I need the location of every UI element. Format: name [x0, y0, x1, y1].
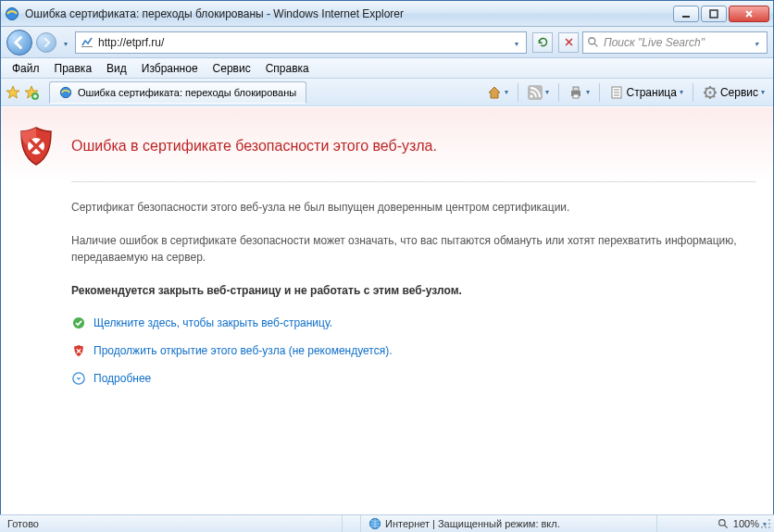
- menu-tools[interactable]: Сервис: [206, 60, 258, 77]
- svg-point-20: [718, 519, 725, 526]
- menu-file[interactable]: Файл: [5, 60, 47, 77]
- maximize-button[interactable]: [701, 6, 727, 22]
- svg-point-9: [530, 94, 532, 97]
- minimize-button[interactable]: [673, 6, 699, 22]
- menu-edit[interactable]: Правка: [47, 60, 100, 77]
- window-titlebar: Ошибка сертификата: переходы блокированы…: [1, 1, 773, 27]
- cert-para-1: Сертификат безопасности этого веб-узла н…: [71, 199, 756, 216]
- stop-button[interactable]: [558, 32, 579, 53]
- svg-point-23: [768, 523, 770, 525]
- address-bar[interactable]: [75, 31, 527, 54]
- navigation-bar: Поиск "Live Search": [1, 27, 773, 58]
- ie-tab-icon: [59, 86, 72, 99]
- svg-point-15: [708, 91, 711, 93]
- menu-bar: Файл Правка Вид Избранное Сервис Справка: [1, 58, 773, 79]
- tab-label: Ошибка сертификата: переходы блокированы: [78, 87, 296, 98]
- svg-rect-8: [528, 85, 543, 100]
- refresh-button[interactable]: [532, 32, 553, 53]
- menu-favorites[interactable]: Избранное: [134, 60, 206, 77]
- page-menu-button[interactable]: Страница▾: [605, 82, 688, 103]
- address-dropdown-icon[interactable]: [511, 36, 522, 49]
- cert-recommendation: Рекомендуется закрыть веб-страницу и не …: [71, 282, 756, 299]
- search-provider-dropdown[interactable]: [750, 36, 763, 49]
- menu-view[interactable]: Вид: [99, 60, 134, 77]
- cert-para-2: Наличие ошибок в сертификате безопасност…: [71, 232, 756, 266]
- small-shield-icon: [71, 343, 86, 358]
- close-page-link[interactable]: Щелкните здесь, чтобы закрыть веб-страни…: [94, 316, 332, 329]
- more-info-icon: [71, 371, 86, 386]
- tools-menu-label: Сервис: [720, 86, 758, 99]
- nav-history-dropdown[interactable]: [60, 31, 71, 54]
- resize-grip[interactable]: [758, 516, 773, 531]
- home-button[interactable]: ▾: [482, 82, 513, 103]
- print-button[interactable]: ▾: [564, 82, 594, 103]
- zoom-icon: [718, 518, 730, 530]
- svg-rect-11: [573, 87, 579, 91]
- search-icon: [587, 36, 600, 49]
- feeds-button[interactable]: ▾: [523, 82, 554, 103]
- continue-anyway-link[interactable]: Продолжить открытие этого веб-узла (не р…: [94, 344, 393, 357]
- status-ready-text: Готово: [7, 518, 39, 529]
- status-ready: Готово: [0, 515, 343, 532]
- window-title: Ошибка сертификата: переходы блокированы…: [25, 7, 673, 20]
- menu-help[interactable]: Справка: [258, 60, 317, 77]
- page-menu-label: Страница: [627, 86, 677, 99]
- page-favicon: [80, 35, 94, 50]
- cert-error-heading: Ошибка в сертификате безопасности этого …: [71, 138, 437, 155]
- svg-rect-1: [682, 16, 690, 18]
- svg-point-25: [765, 526, 767, 528]
- zoom-level-text: 100%: [733, 518, 759, 529]
- page-viewport: Ошибка в сертификате безопасности этого …: [1, 106, 773, 515]
- browser-tab[interactable]: Ошибка сертификата: переходы блокированы: [49, 81, 306, 104]
- svg-rect-2: [710, 10, 718, 18]
- divider: [71, 181, 756, 182]
- search-placeholder: Поиск "Live Search": [604, 36, 750, 49]
- svg-point-22: [765, 523, 767, 525]
- more-info-link[interactable]: Подробнее: [94, 372, 151, 385]
- security-shield-icon: [18, 126, 55, 167]
- search-box[interactable]: Поиск "Live Search": [582, 31, 768, 54]
- certificate-error-page: Ошибка в сертификате безопасности этого …: [1, 107, 773, 515]
- svg-rect-12: [573, 94, 579, 98]
- svg-point-24: [761, 526, 763, 528]
- check-icon: [71, 315, 86, 330]
- command-bar: Ошибка сертификата: переходы блокированы…: [1, 79, 773, 106]
- tools-menu-button[interactable]: Сервис▾: [698, 82, 769, 103]
- back-button[interactable]: [6, 30, 32, 56]
- forward-button[interactable]: [36, 32, 56, 53]
- status-zone-text: Интернет | Защищенный режим: вкл.: [385, 518, 560, 529]
- close-button[interactable]: [729, 6, 769, 22]
- add-favorite-button[interactable]: [23, 84, 40, 101]
- svg-rect-4: [81, 46, 93, 47]
- svg-point-5: [589, 37, 595, 43]
- svg-point-26: [768, 526, 770, 528]
- url-input[interactable]: [98, 36, 511, 49]
- favorites-star-button[interactable]: [5, 84, 21, 101]
- globe-icon: [368, 517, 381, 530]
- svg-point-21: [768, 519, 770, 521]
- status-zone[interactable]: Интернет | Защищенный режим: вкл.: [361, 515, 657, 532]
- status-empty-1: [343, 515, 361, 532]
- ie-icon: [5, 6, 19, 21]
- status-bar: Готово Интернет | Защищенный режим: вкл.…: [0, 514, 774, 532]
